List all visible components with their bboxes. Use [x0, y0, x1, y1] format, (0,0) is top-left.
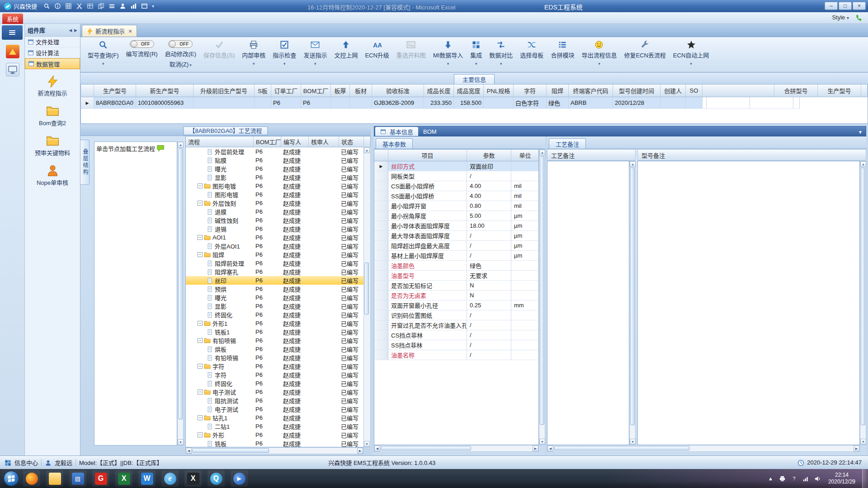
- column-header[interactable]: 型号创建时间: [613, 84, 660, 97]
- scroll-thumb[interactable]: [630, 168, 635, 425]
- dropdown-arrow-icon[interactable]: ▾: [500, 61, 502, 66]
- toolbar-button-4[interactable]: 内部审核▾: [238, 39, 269, 71]
- scroll-up-icon[interactable]: ▲: [178, 142, 184, 148]
- param-row-最大导体表面阻焊厚度[interactable]: 最大导体表面阻焊厚度/µm: [374, 231, 538, 241]
- column-header[interactable]: 字符: [514, 84, 547, 97]
- process-notes-scrollbar[interactable]: ▲▼: [629, 161, 636, 445]
- param-value-cell[interactable]: 4.00: [467, 191, 511, 201]
- scroll-thumb[interactable]: [192, 448, 269, 453]
- dropdown-arrow-icon[interactable]: ▾: [475, 61, 477, 66]
- taskbar-icon-excel[interactable]: X: [115, 470, 132, 487]
- tree-column-header[interactable]: 核审人: [309, 136, 339, 147]
- column-header[interactable]: 订单工厂: [271, 84, 301, 97]
- tree-row-铣板[interactable]: 铣板P6赵成捷已编写: [186, 439, 370, 447]
- toolbar-button-3[interactable]: 保存信息(S): [200, 39, 238, 71]
- tree-row-预烘[interactable]: 预烘P6赵成捷已编写: [186, 285, 370, 293]
- tree-expander-icon[interactable]: −: [198, 415, 203, 420]
- volume-icon[interactable]: [814, 475, 821, 483]
- scroll-down-icon[interactable]: ▼: [364, 441, 370, 447]
- tree-row-终固化[interactable]: 终固化P6赵成捷已编写: [186, 310, 370, 319]
- tab-new-process-instruction[interactable]: 新流程指示 ×: [82, 25, 137, 37]
- info-icon[interactable]: [52, 2, 62, 11]
- network-icon[interactable]: [802, 475, 810, 483]
- toggle-off-switch[interactable]: OFF: [168, 40, 193, 48]
- chevron-down-icon[interactable]: ▼: [858, 130, 866, 136]
- yx-logo-icon[interactable]: [6, 45, 19, 58]
- param-row-识别码位置图纸[interactable]: 识别码位置图纸/: [374, 310, 538, 320]
- dropdown-arrow-icon[interactable]: ▾: [598, 61, 600, 66]
- taskbar-icon-firefox[interactable]: [23, 470, 40, 487]
- show-desktop-button[interactable]: [862, 469, 868, 488]
- taskbar-icon-wps[interactable]: W: [138, 470, 156, 487]
- param-value-cell[interactable]: /: [467, 320, 511, 330]
- scroll-left-icon[interactable]: ◀: [374, 446, 380, 451]
- param-value-cell[interactable]: 18.00: [467, 221, 511, 231]
- param-row-丝印方式[interactable]: ▶丝印方式双面丝印: [374, 161, 538, 171]
- param-value-cell[interactable]: /: [467, 330, 511, 340]
- tab-basic-parameters[interactable]: 基本参数: [376, 138, 413, 149]
- dropdown-arrow-icon[interactable]: ▾: [102, 61, 104, 66]
- param-row-是否加无铅标记[interactable]: 是否加无铅标记N: [374, 281, 538, 291]
- toolbar-button-15[interactable]: 导出流程信息▾: [578, 39, 620, 71]
- system-menu-tab[interactable]: 系统: [2, 14, 23, 24]
- tree-row-碱性蚀刻[interactable]: 碱性蚀刻P6赵成捷已编写: [186, 216, 370, 225]
- tab-stackup-structure[interactable]: 叠层结构: [80, 140, 90, 185]
- column-header[interactable]: 生产型号: [94, 84, 136, 97]
- scroll-up-icon[interactable]: ▲: [364, 147, 370, 153]
- column-header[interactable]: SO: [686, 84, 703, 97]
- param-row-油墨颜色[interactable]: 油墨颜色绿色: [374, 261, 538, 271]
- tree-row-烘板[interactable]: 烘板P6赵成捷已编写: [186, 345, 370, 353]
- toolbar-button-10[interactable]: MI数据导入▾: [429, 39, 467, 71]
- param-value-cell[interactable]: 5.00: [467, 211, 511, 221]
- param-column-header[interactable]: 单位: [511, 150, 539, 161]
- process-notes-area[interactable]: [547, 161, 629, 445]
- tree-row-退锡[interactable]: 退锡P6赵成捷已编写: [186, 225, 370, 233]
- parameters-vertical-scrollbar[interactable]: ▲▼: [539, 149, 545, 445]
- tree-row-外形1[interactable]: −外形1P6赵成捷已编写: [186, 319, 370, 328]
- tree-expander-icon[interactable]: −: [198, 235, 203, 240]
- param-row-CS面最小阻焊桥[interactable]: CS面最小阻焊桥4.00mil: [374, 181, 538, 191]
- tree-vertical-scrollbar[interactable]: ▲▼: [363, 147, 371, 447]
- notes-horizontal-scrollbar[interactable]: ◀▶: [547, 445, 860, 452]
- tree-row-图形电镀[interactable]: 图形电镀P6赵成捷已编写: [186, 190, 370, 199]
- tree-row-外层蚀刻[interactable]: −外层蚀刻P6赵成捷已编写: [186, 199, 370, 207]
- tree-row-丝印[interactable]: 丝印P6赵成捷已编写: [186, 276, 370, 285]
- column-header[interactable]: 创建人: [660, 84, 686, 97]
- tree-row-阻焊前处理[interactable]: 阻焊前处理P6赵成捷已编写: [186, 259, 370, 267]
- tree-expander-icon[interactable]: −: [198, 389, 203, 394]
- tree-horizontal-scrollbar[interactable]: ◀▶: [185, 447, 363, 454]
- column-header[interactable]: 板厚: [331, 84, 350, 97]
- scroll-left-icon[interactable]: ◀: [547, 446, 553, 451]
- parameters-horizontal-scrollbar[interactable]: ◀▶: [374, 445, 539, 452]
- tab-process-notes[interactable]: 工艺备注: [549, 138, 586, 149]
- tree-row-曝光[interactable]: 曝光P6赵成捷已编写: [186, 164, 370, 173]
- scroll-thumb[interactable]: [861, 168, 865, 425]
- row-selector[interactable]: ▶: [81, 97, 94, 109]
- tree-row-外形[interactable]: −外形P6赵成捷已编写: [186, 431, 370, 439]
- tree-row-铣板1[interactable]: 铣板1P6赵成捷已编写: [186, 328, 370, 336]
- tree-row-退膜[interactable]: 退膜P6赵成捷已编写: [186, 207, 370, 216]
- toolbar-button-7[interactable]: 文控上网: [330, 39, 361, 71]
- param-value-cell[interactable]: /: [467, 251, 511, 261]
- toolbar-button-2[interactable]: OFF启动修改(E)取消(Z)▾: [161, 39, 200, 71]
- tree-row-阻抗测试[interactable]: 阻抗测试P6赵成捷已编写: [186, 396, 370, 405]
- scroll-left-icon[interactable]: ◀: [186, 448, 192, 454]
- param-row-最小阻焊开窗[interactable]: 最小阻焊开窗0.80mil: [374, 201, 538, 211]
- param-row-双面开窗最小孔径[interactable]: 双面开窗最小孔径0.25mm: [374, 300, 538, 310]
- sidebar-item-1[interactable]: 设计算法: [25, 47, 80, 58]
- collapse-left-icon[interactable]: ◀: [69, 28, 72, 33]
- tree-row-字符[interactable]: −字符P6赵成捷已编写: [186, 362, 370, 371]
- tree-row-有铅喷锡[interactable]: 有铅喷锡P6赵成捷已编写: [186, 353, 370, 362]
- param-value-cell[interactable]: N: [467, 281, 511, 291]
- tree-row-终固化[interactable]: 终固化P6赵成捷已编写: [186, 379, 370, 388]
- tree-row-外层AOI1[interactable]: 外层AOI1P6赵成捷已编写: [186, 242, 370, 250]
- style-selector[interactable]: Style ▾: [832, 14, 849, 21]
- printer-icon[interactable]: [778, 475, 786, 483]
- scroll-thumb[interactable]: [540, 156, 544, 425]
- tree-row-曝光[interactable]: 曝光P6赵成捷已编写: [186, 293, 370, 302]
- dropdown-arrow-icon[interactable]: ▾: [447, 61, 449, 66]
- grid-icon[interactable]: [63, 2, 73, 11]
- model-notes-scrollbar[interactable]: ▲▼: [860, 161, 866, 445]
- toolbar-button-6[interactable]: 发送指示▾: [300, 39, 330, 71]
- column-header[interactable]: 成品宽度: [454, 84, 484, 97]
